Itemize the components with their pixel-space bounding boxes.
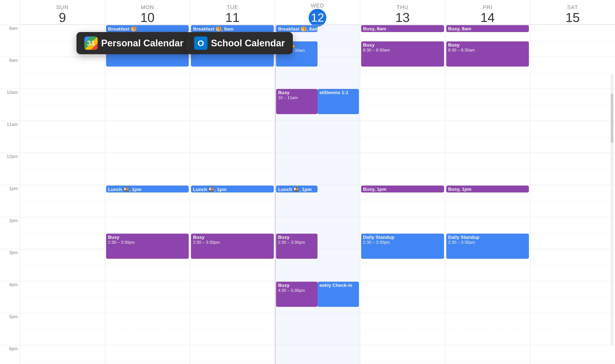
personal-calendar-label[interactable]: 31 Personal Calendar [76, 32, 191, 54]
event-busy-thu2[interactable]: Busy 8:30 – 9:30am [361, 41, 444, 67]
event-standup-fri[interactable]: Daily Standup 2:30 – 3:30pm [446, 234, 529, 259]
day-col-thu: Busy, 8am Busy 8:30 – 9:30am Busy, 1pm D… [360, 25, 445, 364]
event-dennis-wed[interactable]: el/Dennis 1:1 [317, 89, 359, 114]
day-num-fri: 14 [481, 11, 495, 25]
scrollbar-thumb[interactable] [611, 94, 613, 143]
day-num-mon: 10 [140, 11, 155, 25]
day-col-sun [20, 25, 105, 364]
day-name-tue: TUE [227, 4, 238, 11]
day-name-thu: THU [397, 4, 409, 11]
time-2pm: 2pm [0, 217, 20, 249]
event-busy-fri1[interactable]: Busy, 8am [446, 25, 529, 32]
event-breakfast-wed[interactable]: Breakfast 🥞, 8am [276, 25, 317, 32]
day-col-wed: Breakfast 🥞, 8am Gym 💪 8:30 – 9:30am Bus… [275, 25, 360, 364]
school-calendar-label[interactable]: O School Calendar [186, 32, 293, 54]
event-standup-thu[interactable]: Daily Standup 2:30 – 3:30pm [361, 234, 444, 259]
sun-2pm [20, 217, 105, 249]
event-lunch-wed[interactable]: Lunch 🍱, 1pm [276, 186, 317, 192]
event-busy-tue[interactable]: Busy 2:30 – 3:30pm [191, 234, 274, 259]
sun-11am [20, 121, 105, 153]
day-col-mon: Breakfast 🥞 Gym 💪 8:30 – 9:30am Lunch 🍱,… [105, 25, 190, 364]
time-4pm: 4pm [0, 281, 20, 313]
time-11am: 11am [0, 121, 20, 153]
day-name-mon: MON [141, 4, 154, 11]
calendar-header: SUN 9 MON 10 TUE 11 WED 12 THU 13 FRI 14… [0, 0, 615, 25]
day-num-tue: 11 [225, 11, 240, 25]
day-name-fri: FRI [483, 4, 492, 11]
time-6pm: 6pm [0, 345, 20, 364]
time-3pm: 3pm [0, 249, 20, 281]
day-col-fri: Busy, 8am Busy 8:30 – 9:30am Busy, 1pm D… [445, 25, 530, 364]
time-5pm: 5pm [0, 313, 20, 345]
event-lunch-mon[interactable]: Lunch 🍱, 1pm [106, 186, 189, 192]
sun-4pm [20, 281, 105, 313]
event-busy-mon[interactable]: Busy 2:30 – 3:30pm [106, 234, 189, 259]
event-lunch-tue[interactable]: Lunch 🍱, 1pm [191, 186, 274, 192]
calendar-body: 8am 9am 10am 11am 12pm 1pm 2pm 3pm 4pm 5… [0, 25, 615, 364]
time-10am: 10am [0, 89, 20, 121]
event-busy-thu3[interactable]: Busy, 1pm [361, 186, 444, 192]
school-calendar-icon: O [194, 36, 207, 50]
time-8am: 8am [0, 25, 20, 57]
sun-9am [20, 57, 105, 89]
time-column: 8am 9am 10am 11am 12pm 1pm 2pm 3pm 4pm 5… [0, 25, 20, 364]
event-busy-wed[interactable]: Busy 10 – 11am [276, 89, 317, 114]
event-busy-wed2[interactable]: Busy 2:30 – 3:30pm [276, 234, 317, 259]
day-name-sun: SUN [56, 4, 68, 11]
day-col-sat [530, 25, 615, 364]
scrollbar[interactable] [611, 74, 614, 345]
day-num-sun: 9 [59, 11, 66, 25]
time-12pm: 12pm [0, 153, 20, 185]
personal-calendar-label-text: Personal Calendar [101, 38, 184, 49]
sun-1pm [20, 185, 105, 217]
sun-10am [20, 89, 105, 121]
event-busy-wed3[interactable]: Busy 4:30 – 5:30pm [276, 282, 317, 307]
day-num-wed: 12 [309, 9, 326, 27]
personal-calendar-icon: 31 [84, 36, 98, 50]
time-9am: 9am [0, 57, 20, 89]
day-name-wed: WED [311, 2, 324, 9]
sun-12pm [20, 153, 105, 185]
school-calendar-label-text: School Calendar [211, 38, 285, 49]
day-name-sat: SAT [567, 4, 578, 11]
event-breakfast-mon[interactable]: Breakfast 🥞 [106, 25, 189, 32]
sun-3pm [20, 249, 105, 281]
day-num-sat: 15 [565, 11, 580, 25]
event-busy-thu1[interactable]: Busy, 8am [361, 25, 444, 32]
day-col-tue: Breakfast 🥞, 8am Gym 💪 8:30 – 9:30am Lun… [190, 25, 275, 364]
day-num-thu: 13 [395, 11, 410, 25]
event-breakfast-tue[interactable]: Breakfast 🥞, 8am [191, 25, 274, 32]
calendar-container: SUN 9 MON 10 TUE 11 WED 12 THU 13 FRI 14… [0, 0, 615, 364]
sun-5pm [20, 313, 105, 345]
event-busy-fri3[interactable]: Busy, 1pm [446, 186, 529, 192]
event-weekly-wed[interactable]: eekly Check-in [317, 282, 359, 307]
time-1pm: 1pm [0, 185, 20, 217]
sun-6pm [20, 345, 105, 364]
event-busy-fri2[interactable]: Busy 8:30 – 9:30am [446, 41, 529, 67]
